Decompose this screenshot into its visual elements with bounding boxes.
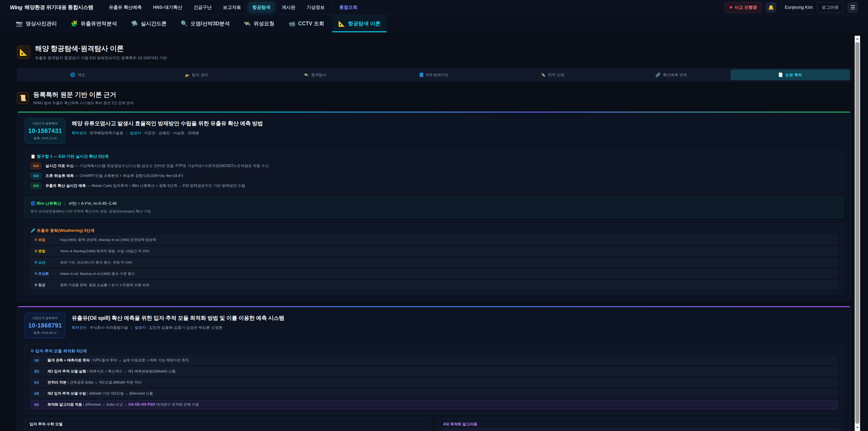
subnav-item-photo-management[interactable]: 📷 영상사진관리 <box>10 15 63 32</box>
hamburger-menu-button[interactable]: ☰ <box>848 2 858 13</box>
algo-highlight: GA·DE·HS·PSO <box>128 402 155 406</box>
nav-item-spill-prediction[interactable]: 유출유 확산예측 <box>105 2 146 13</box>
helicopter-icon: 🚁 <box>184 72 189 77</box>
test-tube-icon: 🧪 <box>31 228 35 233</box>
section-header: 📜 등록특허 원문 기반 이론 근거 WING 탑재 유출유 확산예측 시스템의… <box>17 90 851 105</box>
step-key: (e) <box>34 402 44 407</box>
tab-label: 면적 산정 <box>548 72 564 78</box>
subnav-label: CCTV 조회 <box>298 20 324 27</box>
sub-navigation-bar: 📷 영상사진관리 🧩 유출유면적분석 🛸 실시간드론 🔍 오염/선박3D분석 🛰… <box>0 15 868 33</box>
weathering-desc: 쇄파 기인. 파도에너지·풍속 함수. 전체 약 15% <box>60 260 132 265</box>
subnav-item-oil-area-analysis[interactable]: 🧩 유출유면적분석 <box>65 15 123 32</box>
hamburger-icon: ☰ <box>850 4 855 11</box>
weathering-row-emulsification: ④ 유상화 Water-in-oil. Mackay et al.(1980) … <box>31 269 837 278</box>
triangular-ruler-icon: 📐 <box>20 49 28 56</box>
inventor-label: 발명자 : <box>135 326 148 330</box>
patent1-registered-date: 등록: 2015.11.03 <box>28 136 62 140</box>
weathering-label: ④ 유상화 <box>34 271 57 276</box>
nav-item-aerial-search[interactable]: 항공탐색 <box>248 2 274 13</box>
nav-item-reports[interactable]: 보고자료 <box>219 2 245 13</box>
app-logo[interactable]: Wing 해양환경 위기대응 통합시스템 <box>10 4 93 11</box>
tab-label: 탐지 장비 <box>192 72 209 78</box>
patent2-number: 10-1868791 <box>28 322 62 329</box>
patent1-number-badge: 대한민국 등록특허 10-1567431 등록: 2015.11.03 <box>25 118 65 144</box>
optimization-title-text: 입자 추적 모듈 최적화 5단계 <box>35 349 87 353</box>
main-menu: 유출유 확산예측 HNS·대기확산 긴급구난 보고자료 항공탐색 게시판 기상정… <box>105 2 721 13</box>
page-icon-box: 📐 <box>17 45 30 59</box>
logout-button[interactable]: 로그아웃 <box>817 2 844 13</box>
triangular-ruler-icon: 📐 <box>338 20 345 27</box>
fbm-diffusion-box: 🌀 fBm 난류확산 | σ²(t) = A·t^m, m=0.45~2.46 … <box>25 197 843 218</box>
clipboard-icon: 📋 <box>31 154 35 159</box>
nav-item-weather[interactable]: 기상정보 <box>303 2 329 13</box>
patent1-number: 10-1567431 <box>28 127 62 134</box>
topnav-right-controls: 사고 진행중 🔔 Eunjeong Kim 로그아웃 ☰ <box>725 2 858 13</box>
step-name: 실시간 자료 수신 <box>45 164 74 168</box>
triangle-down-icon <box>856 427 859 429</box>
subnav-label: 오염/선박3D분석 <box>191 20 230 27</box>
subnav-item-cctv[interactable]: 📹 CCTV 조회 <box>283 15 330 32</box>
weathering-desc: 용해·미생물 분해. 질량 손실률 = 초기 누유량에 선형 비례 <box>60 283 149 287</box>
wing-logo-icon: Wing <box>10 4 22 11</box>
nav-item-board[interactable]: 게시판 <box>278 2 299 13</box>
subnav-item-satellite-request[interactable]: 🛰️ 위성요청 <box>238 15 280 32</box>
patent2-number-badge: 대한민국 등록특허 10-1868791 등록: 2018.06.12 <box>25 313 65 338</box>
book-icon: 📘 <box>419 72 424 77</box>
bookmark-tabs-icon: 📑 <box>778 72 783 77</box>
vertical-scrollbar[interactable] <box>855 36 860 431</box>
tab-papers-patents[interactable]: 📑 논문·특허 <box>731 70 850 80</box>
bell-icon: 🔔 <box>768 5 774 10</box>
step-desc: 관측경로 Δobs ↔ 제1모델 ΔModel 차분 처리 <box>69 380 142 384</box>
step-desc-pre: ΔRevised ↔ Δobs 비교 → <box>84 402 129 406</box>
main-content: 📐 해양 항공탐색·원격탐사 이론 유출유 원격탐지·항공감시 기법·ESI 방… <box>0 33 868 431</box>
fbm-description: 분수 브라운운동(fBm) 기반 무작위 확산거리 생성. 등방성(isotro… <box>31 209 837 214</box>
claim-step-s20: S20 조류·취송류 예측 — CHARRY모델 조화분석 + 취송류 경험식(… <box>31 173 837 179</box>
weathering-label: ② 증발 <box>34 249 57 254</box>
nav-item-integrated-search[interactable]: 통합조회 <box>335 2 362 13</box>
fbm-formula-line: 🌀 fBm 난류확산 | σ²(t) = A·t^m, m=0.45~2.46 <box>31 201 837 206</box>
step-badge-s20: S20 <box>31 173 41 179</box>
inventor-label: 발명자 : <box>130 131 143 135</box>
subnav-item-pollution-3d-analysis[interactable]: 🔍 오염/선박3D분석 <box>175 15 236 32</box>
inventors-value: 이문진 · 김혜진 · 이승현 · 전태병 <box>144 131 199 135</box>
user-name: Eunjeong Kim <box>784 5 813 10</box>
subnav-item-realtime-drone[interactable]: 🛸 실시간드론 <box>125 15 173 32</box>
scrollbar-thumb[interactable] <box>855 42 860 424</box>
scroll-down-arrow[interactable] <box>855 425 860 431</box>
divider: | <box>64 201 66 206</box>
divider <box>97 4 98 11</box>
step-desc: — CHARRY모델 조화분석 + 취송류 경험식(0.029×Vw, θw+1… <box>74 174 183 178</box>
step-desc-post: 매개변수 최적화 반복 수렴 <box>155 402 199 406</box>
cyclone-icon: 🌀 <box>31 201 35 206</box>
incident-status-badge[interactable]: 사고 진행중 <box>725 2 762 13</box>
claim1-box: 📋 청구항 1 — ESI 기반 실시간 확산 3단계 S10 실시간 자료 수… <box>25 149 843 193</box>
scroll-up-arrow[interactable] <box>855 36 860 41</box>
tab-remote-sensing[interactable]: 🛰️ 원격탐사 <box>256 70 374 80</box>
tab-area-calculation[interactable]: ✒️ 면적 산정 <box>493 70 612 80</box>
notifications-button[interactable]: 🔔 <box>766 2 776 13</box>
opt-step-d: (d) 제2 입자 추적 모델 수립 : ΔModel 기반 제2모델 → ΔR… <box>31 389 837 398</box>
camera-icon: 📷 <box>16 20 23 27</box>
alert-dot-icon <box>730 6 732 8</box>
tab-detection-equipment[interactable]: 🚁 탐지 장비 <box>137 70 256 80</box>
step-text: 뜰개 관측 + 예측자료 취득 : GPS 뜰개 투하 → 실제 이동경로 + … <box>48 358 189 363</box>
step-name: 유출유 확산 실시간 예측 <box>45 184 86 188</box>
tab-overview[interactable]: 🌐 개요 <box>18 70 137 80</box>
fbm-formula: σ²(t) = A·t^m, m=0.45~2.46 <box>69 201 117 206</box>
patent-badge-label: 대한민국 등록특허 <box>28 316 62 320</box>
weathering-label: ① 퍼짐 <box>34 238 57 242</box>
link-icon: 🔗 <box>655 72 660 77</box>
patent1-header: 대한민국 등록특허 10-1567431 등록: 2015.11.03 해양 유… <box>25 118 843 144</box>
nav-item-rescue[interactable]: 긴급구난 <box>189 2 216 13</box>
step-key: (a) <box>34 358 44 363</box>
weathering-desc: Stiver & Mackay(1984) 해석적 방법. 수일~10일간 약 … <box>60 249 149 254</box>
patent-card-2: 대한민국 등록특허 10-1868791 등록: 2018.06.12 유출유(… <box>17 306 851 431</box>
tab-diffusion-link[interactable]: 🔗 확산예측 연계 <box>612 70 731 80</box>
incident-status-label: 사고 진행중 <box>735 4 757 10</box>
math-model-panel: 입자 추적 수학 모델 제1모델: Modelₓ = curᵤ·Δt + c·w… <box>25 418 430 431</box>
algo-abbr: GA <box>447 430 452 431</box>
tab-esi-map[interactable]: 📘 ESI 방제지도 <box>374 70 493 80</box>
nav-item-hns[interactable]: HNS·대기확산 <box>149 2 186 13</box>
subnav-item-aerial-search-theory[interactable]: 📐 항공탐색 이론 <box>332 15 386 32</box>
weathering-row-spreading: ① 퍼짐 Fay(1969): 중력-관성력, Mackay et al.(19… <box>31 235 837 245</box>
